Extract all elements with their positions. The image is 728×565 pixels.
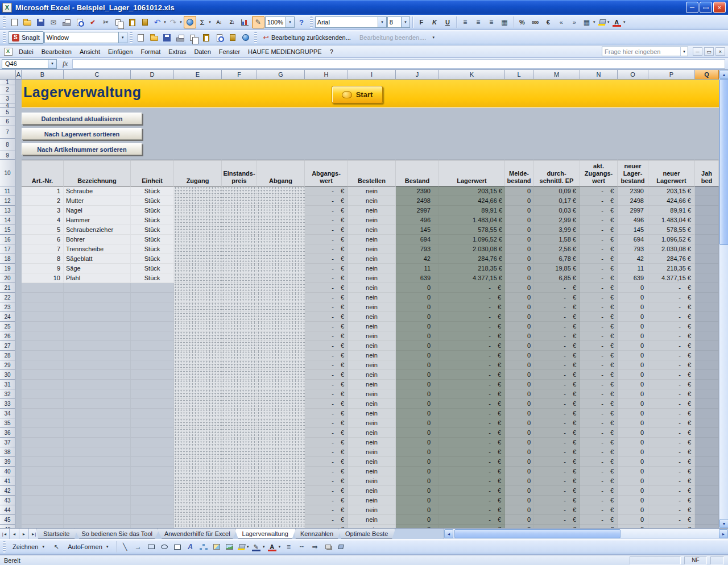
3d-style-button[interactable]: [335, 541, 348, 553]
cell-E16[interactable]: [174, 235, 222, 244]
cell-I28[interactable]: nein: [348, 351, 396, 360]
cell-H14[interactable]: -€: [305, 215, 348, 225]
snagit-web-button[interactable]: [239, 31, 252, 44]
cell-C38[interactable]: [64, 447, 131, 457]
row-header-7[interactable]: 7: [0, 126, 15, 139]
cell-P39[interactable]: -€: [648, 457, 695, 467]
cell-N27[interactable]: -€: [580, 341, 618, 351]
cell-P34[interactable]: -€: [648, 409, 695, 418]
cell-P13[interactable]: 89,91 €: [648, 206, 695, 215]
column-header-Q[interactable]: Q: [695, 70, 719, 80]
cell-B26[interactable]: [22, 331, 64, 341]
cell-N32[interactable]: -€: [580, 389, 618, 399]
cell-K30[interactable]: -€: [439, 370, 505, 380]
cell-L25[interactable]: 0: [505, 322, 533, 331]
cell-M19[interactable]: 19,85 €: [533, 264, 580, 273]
cell-C42[interactable]: [64, 486, 131, 496]
cell-B14[interactable]: 4: [22, 215, 64, 225]
row-header-43[interactable]: 43: [0, 496, 15, 505]
restore-button[interactable]: ▭: [700, 2, 712, 13]
cell-L15[interactable]: 0: [505, 225, 533, 235]
cell-H32[interactable]: -€: [305, 389, 348, 399]
cell-C40[interactable]: [64, 467, 131, 476]
cell-K44[interactable]: -€: [439, 505, 505, 515]
cell-J24[interactable]: 0: [396, 312, 439, 322]
cell-B11[interactable]: 1: [22, 186, 64, 196]
formula-input[interactable]: [72, 59, 725, 69]
cell-M41[interactable]: -€: [533, 476, 580, 486]
cell-P44[interactable]: -€: [648, 505, 695, 515]
cell-K16[interactable]: 1.096,52 €: [439, 235, 505, 244]
table-header-E[interactable]: Zugang: [174, 160, 222, 186]
menu-item-4[interactable]: Einfügen: [104, 47, 136, 57]
autoshapes-menu-button[interactable]: AutoFormen ▼: [63, 542, 113, 552]
cell-O33[interactable]: 0: [618, 399, 648, 409]
align-right-button[interactable]: ≡: [485, 16, 498, 28]
cell-C23[interactable]: [64, 302, 131, 312]
thousands-style-button[interactable]: 000: [529, 16, 541, 28]
cell-P35[interactable]: -€: [648, 418, 695, 428]
cell-D40[interactable]: [131, 467, 174, 476]
cell-E30[interactable]: [174, 370, 222, 380]
cell-O16[interactable]: 694: [618, 235, 648, 244]
cell-B43[interactable]: [22, 496, 64, 505]
row-header-23[interactable]: 23: [0, 302, 15, 312]
save-button[interactable]: [34, 16, 47, 28]
cell-K38[interactable]: -€: [439, 447, 505, 457]
cell-N14[interactable]: -€: [580, 215, 618, 225]
cell-K14[interactable]: 1.483,04 €: [439, 215, 505, 225]
cell-F31[interactable]: [222, 380, 257, 389]
cell-K26[interactable]: -€: [439, 331, 505, 341]
cell-G23[interactable]: [257, 302, 305, 312]
cell-D43[interactable]: [131, 496, 174, 505]
cell-G21[interactable]: [257, 283, 305, 293]
font-size-combo[interactable]: 8 ▼: [387, 16, 410, 28]
column-header-B[interactable]: B: [22, 70, 64, 80]
cell-M38[interactable]: -€: [533, 447, 580, 457]
cell-P37[interactable]: -€: [648, 438, 695, 447]
cell-L30[interactable]: 0: [505, 370, 533, 380]
formatting-toolbar-grip[interactable]: [310, 16, 313, 28]
cell-H27[interactable]: -€: [305, 341, 348, 351]
draw-line-color-button[interactable]: ✎▼: [251, 541, 266, 553]
select-all-corner[interactable]: [0, 70, 16, 80]
cell-O15[interactable]: 145: [618, 225, 648, 235]
cell-I19[interactable]: nein: [348, 264, 396, 273]
cell-O29[interactable]: 0: [618, 360, 648, 370]
cell-E13[interactable]: [174, 206, 222, 215]
cell-Q16[interactable]: [695, 235, 719, 244]
cell-D28[interactable]: [131, 351, 174, 360]
cell-J31[interactable]: 0: [396, 380, 439, 389]
table-header-H[interactable]: Abgangs-wert: [305, 160, 348, 186]
cell-H22[interactable]: -€: [305, 293, 348, 302]
cell-C33[interactable]: [64, 399, 131, 409]
column-header-A[interactable]: A: [16, 70, 22, 80]
cell-L18[interactable]: 0: [505, 254, 533, 264]
column-header-P[interactable]: P: [648, 70, 695, 80]
cell-D21[interactable]: [131, 283, 174, 293]
column-header-O[interactable]: O: [618, 70, 648, 80]
tab-2-so-bedienen-sie-das-tool[interactable]: So bedienen Sie das Tool: [74, 529, 160, 539]
cell-B34[interactable]: [22, 409, 64, 418]
minimize-button[interactable]: ─: [686, 2, 698, 13]
oval-button[interactable]: [158, 541, 171, 553]
titlebar[interactable]: Microsoft Excel - Beispiel_Lager_1061012…: [0, 0, 728, 15]
cell-H17[interactable]: -€: [305, 244, 348, 254]
cell-F33[interactable]: [222, 399, 257, 409]
cell-F44[interactable]: [222, 505, 257, 515]
cell-P25[interactable]: -€: [648, 322, 695, 331]
cell-O34[interactable]: 0: [618, 409, 648, 418]
cell-C26[interactable]: [64, 331, 131, 341]
cell-O45[interactable]: 0: [618, 515, 648, 525]
cell-H44[interactable]: -€: [305, 505, 348, 515]
cell-N11[interactable]: -€: [580, 186, 618, 196]
cell-I37[interactable]: nein: [348, 438, 396, 447]
table-header-D[interactable]: Einheit: [131, 160, 174, 186]
cell-J42[interactable]: 0: [396, 486, 439, 496]
italic-button[interactable]: K: [428, 16, 441, 28]
cell-C39[interactable]: [64, 457, 131, 467]
cell-N45[interactable]: -€: [580, 515, 618, 525]
cell-C34[interactable]: [64, 409, 131, 418]
cell-N25[interactable]: -€: [580, 322, 618, 331]
question-dropdown-icon[interactable]: ▼: [680, 47, 688, 56]
